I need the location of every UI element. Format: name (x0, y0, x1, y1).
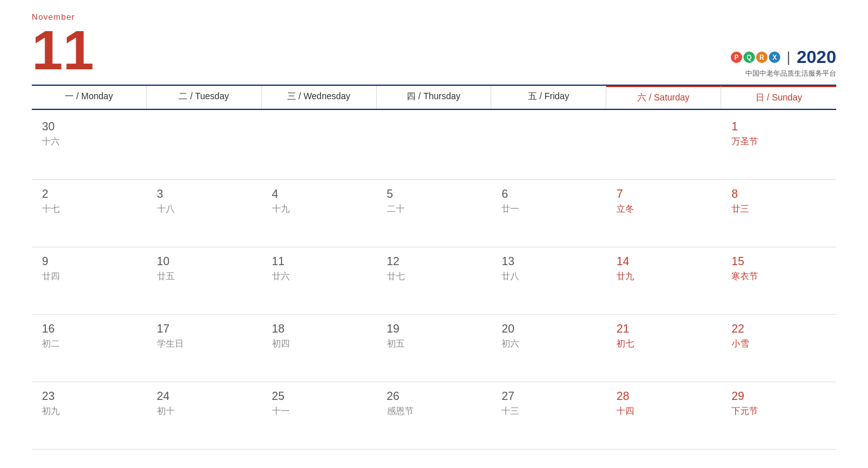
cal-day-number: 20 (501, 322, 596, 336)
weekday-cell-tuesday: 二 / Tuesday (147, 86, 262, 109)
weekday-cn: 五 (528, 91, 537, 101)
cal-day-number: 28 (616, 390, 711, 403)
cal-cell: 25十一 (262, 382, 377, 450)
cal-lunar-text: 感恩节 (387, 406, 482, 417)
cal-day-number: 26 (387, 390, 482, 403)
cal-day-number: 4 (272, 188, 367, 201)
cal-lunar-text: 万圣节 (731, 136, 826, 148)
cal-lunar-text: 二十 (387, 203, 482, 215)
cal-day-number: 24 (157, 390, 252, 403)
weekday-en: Monday (81, 91, 113, 101)
cal-cell: 8廿三 (721, 180, 836, 247)
cal-cell (262, 113, 377, 180)
cal-cell: 16初二 (32, 315, 147, 382)
cal-day-number: 25 (272, 390, 367, 403)
weekday-cn: 二 (179, 91, 187, 101)
month-number: November 11 (32, 13, 94, 78)
cal-cell: 28十四 (606, 382, 721, 450)
cal-lunar-text: 下元节 (731, 406, 826, 417)
cal-cell: 22小雪 (721, 315, 836, 382)
cal-lunar-text: 十九 (272, 203, 367, 215)
logo-circle: X (769, 52, 780, 63)
weekday-cn: 一 (65, 91, 74, 101)
cal-lunar-text: 廿八 (501, 271, 596, 282)
logo-circle: P (731, 52, 742, 63)
cal-day-number: 5 (387, 188, 482, 201)
cal-cell: 15寒衣节 (721, 247, 836, 315)
logo-divider: | (787, 49, 790, 65)
weekday-cell-wednesday: 三 / Wednesday (262, 86, 377, 109)
cal-lunar-text: 廿七 (387, 271, 482, 282)
cal-day-number: 6 (501, 188, 596, 201)
cal-day-number: 1 (731, 120, 826, 134)
day-number: 11 (32, 22, 94, 78)
cal-cell: 13廿八 (491, 247, 606, 315)
cal-lunar-text: 廿六 (272, 271, 367, 282)
cal-day-number: 16 (42, 322, 137, 336)
cal-day-number: 30 (42, 120, 137, 134)
cal-lunar-text: 十三 (501, 406, 596, 417)
cal-cell: 10廿五 (147, 247, 262, 315)
weekday-en: Friday (545, 91, 569, 101)
cal-cell: 26感恩节 (377, 382, 492, 450)
cal-day-number: 19 (387, 322, 482, 336)
cal-cell (377, 113, 492, 180)
cal-lunar-text: 十八 (157, 203, 252, 215)
weekday-cell-sunday: 日 / Sunday (721, 86, 836, 109)
cal-day-number: 21 (616, 322, 711, 336)
cal-cell: 9廿四 (32, 247, 147, 315)
cal-lunar-text: 初七 (616, 338, 711, 350)
cal-cell: 23初九 (32, 382, 147, 450)
cal-lunar-text: 廿一 (501, 203, 596, 215)
cal-day-number: 27 (501, 390, 596, 403)
weekday-en: Thursday (423, 91, 460, 101)
logo-circles: PQRX (731, 52, 780, 63)
weekday-cell-saturday: 六 / Saturday (606, 86, 721, 109)
cal-cell: 7立冬 (606, 180, 721, 247)
cal-lunar-text: 廿三 (731, 203, 826, 215)
cal-day-number: 14 (616, 255, 711, 268)
cal-lunar-text: 初二 (42, 338, 137, 350)
cal-cell: 2十七 (32, 180, 147, 247)
weekday-en: Wednesday (304, 91, 351, 101)
cal-cell (491, 113, 606, 180)
cal-day-number: 3 (157, 188, 252, 201)
cal-day-number: 17 (157, 322, 252, 336)
logo-circle: R (756, 52, 768, 63)
cal-day-number: 7 (616, 188, 711, 201)
cal-cell (147, 113, 262, 180)
cal-lunar-text: 初五 (387, 338, 482, 350)
cal-lunar-text: 十六 (42, 136, 137, 148)
cal-day-number: 9 (42, 255, 137, 268)
cal-cell: 21初七 (606, 315, 721, 382)
cal-lunar-text: 廿四 (42, 271, 137, 282)
cal-cell: 4十九 (262, 180, 377, 247)
cal-cell: 11廿六 (262, 247, 377, 315)
logo-top: PQRX | 2020 (731, 47, 836, 67)
logo-circle: Q (743, 52, 755, 63)
weekday-cn: 三 (287, 91, 296, 101)
cal-cell: 6廿一 (491, 180, 606, 247)
cal-cell: 20初六 (491, 315, 606, 382)
weekday-en: Tuesday (195, 91, 229, 101)
cal-cell: 12廿七 (377, 247, 492, 315)
cal-day-number: 22 (731, 322, 826, 336)
cal-day-number: 13 (501, 255, 596, 268)
weekday-cn: 四 (407, 91, 416, 101)
header-row: November 11 PQRX | 2020 中国中老年品质生活服务平台 (32, 13, 836, 78)
cal-lunar-text: 寒衣节 (731, 271, 826, 282)
cal-cell: 5二十 (377, 180, 492, 247)
cal-day-number: 8 (731, 188, 826, 201)
cal-cell (606, 113, 721, 180)
cal-lunar-text: 初六 (501, 338, 596, 350)
cal-lunar-text: 初九 (42, 406, 137, 417)
logo-year: 2020 (797, 47, 836, 67)
cal-cell: 3十八 (147, 180, 262, 247)
weekday-cell-thursday: 四 / Thursday (377, 86, 492, 109)
cal-day-number: 11 (272, 255, 367, 268)
cal-cell: 1万圣节 (721, 113, 836, 180)
weekday-en: Saturday (654, 92, 689, 102)
cal-day-number: 12 (387, 255, 482, 268)
cal-cell: 18初四 (262, 315, 377, 382)
cal-day-number: 15 (731, 255, 826, 268)
